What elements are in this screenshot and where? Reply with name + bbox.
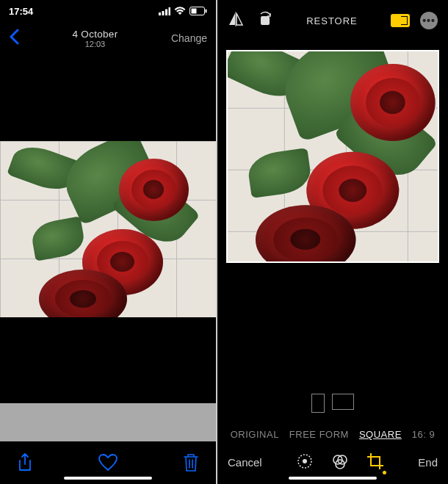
aspect-preset-button[interactable] [391,14,410,27]
signal-icon [159,7,170,15]
svg-rect-8 [261,16,270,25]
photo-image [0,141,216,317]
adjust-icon[interactable] [296,452,314,472]
restore-button[interactable]: RESTORE [306,15,358,26]
edit-button[interactable]: Change [171,32,207,44]
home-indicator[interactable] [64,477,152,480]
cancel-button[interactable]: Cancel [228,456,262,469]
photo-title: 4 October 12:03 [72,29,118,48]
photo-view-screen: 17:54 4 October 12:03 Change [0,0,217,484]
landscape-orientation[interactable] [332,394,354,410]
more-icon[interactable]: ••• [420,12,438,29]
aspect-square[interactable]: SQUARE [359,429,402,440]
edit-top-bar: RESTORE ••• [217,0,448,41]
photo-top-nav: 4 October 12:03 Change [0,22,216,54]
status-indicators [159,7,207,15]
back-chevron-icon[interactable] [9,27,19,50]
svg-rect-0 [159,12,161,15]
filters-icon[interactable] [331,452,349,472]
status-bar: 17:54 [0,0,216,22]
crop-edit-screen: RESTORE ••• ORIGINAL FREE FORM SQU [217,0,448,484]
wifi-icon [174,7,186,15]
battery-icon [189,7,207,15]
flip-icon[interactable] [228,12,244,29]
thumbnail-strip[interactable] [0,403,216,441]
svg-rect-1 [162,11,165,15]
crop-frame[interactable] [226,50,439,263]
svg-rect-5 [192,9,197,14]
home-indicator[interactable] [289,477,377,480]
done-button[interactable]: End [418,456,438,469]
trash-icon[interactable] [181,452,201,473]
aspect-ratio-row: ORIGINAL FREE FORM SQUARE 16: 9 [217,429,448,440]
svg-rect-2 [165,9,167,15]
svg-rect-6 [206,10,207,13]
aspect-original[interactable]: ORIGINAL [231,429,279,440]
aspect-16-9[interactable]: 16: 9 [412,429,435,440]
crop-icon[interactable] [366,452,384,472]
aspect-freeform[interactable]: FREE FORM [289,429,349,440]
status-time: 17:54 [9,6,33,17]
svg-rect-3 [169,7,171,15]
photo-time: 12:03 [72,40,118,48]
portrait-orientation[interactable] [311,394,325,413]
heart-icon[interactable] [98,452,118,473]
photo-date: 4 October [72,29,118,40]
orientation-toggle [217,394,448,413]
svg-point-10 [303,459,307,463]
rotate-icon[interactable] [257,11,273,30]
crop-viewport[interactable] [217,41,448,272]
photo-viewport[interactable] [0,54,216,403]
share-icon[interactable] [15,452,35,473]
